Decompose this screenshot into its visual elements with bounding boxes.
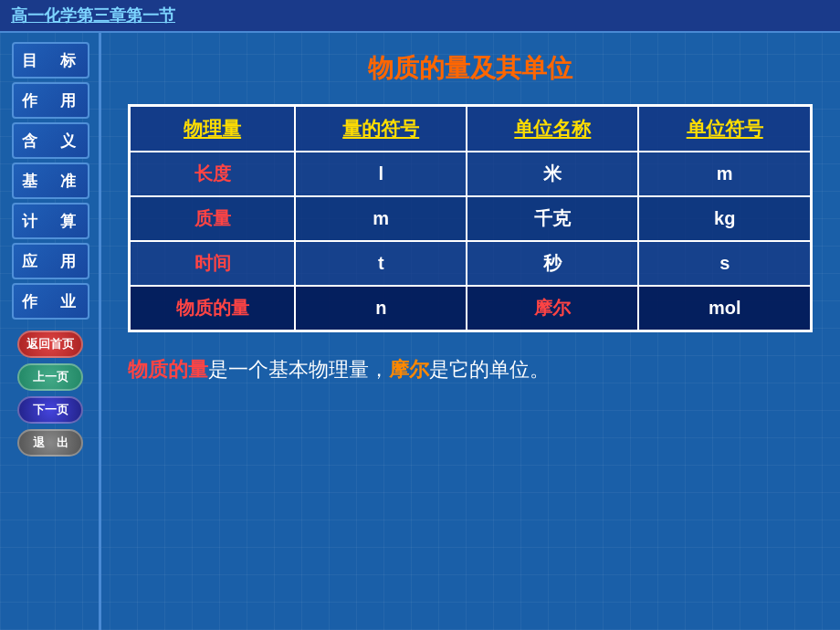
cell-row2-col3: 秒 [467, 241, 638, 286]
sidebar: 目 标作 用含 义基 准计 算应 用作 业 返回首页 上一页 下一页 退 出 [0, 33, 100, 630]
bottom-after: 是它的单位。 [429, 358, 550, 381]
bottom-highlight-2: 摩尔 [389, 358, 429, 381]
cell-row3-col1: 物质的量 [130, 286, 296, 331]
col-header-4: 单位符号 [638, 106, 811, 152]
title-bar: 高一化学第三章第一节 [0, 0, 840, 33]
sidebar-item-goal[interactable]: 目 标 [12, 42, 89, 79]
col-header-3: 单位名称 [467, 106, 638, 152]
cell-row3-col3: 摩尔 [467, 286, 638, 331]
cell-row0-col4: m [638, 152, 811, 196]
cell-row0-col3: 米 [467, 152, 638, 196]
cell-row2-col2: t [295, 241, 467, 286]
app-title: 高一化学第三章第一节 [11, 5, 175, 26]
cell-row1-col2: m [295, 196, 467, 241]
cell-row1-col4: kg [638, 196, 811, 241]
sidebar-item-standard[interactable]: 基 准 [12, 163, 89, 199]
data-table: 物理量 量的符号 单位名称 单位符号 长度l米m质量m千克kg时间t秒s物质的量… [128, 104, 813, 332]
prev-button[interactable]: 上一页 [17, 363, 83, 391]
cell-row0-col2: l [295, 152, 467, 196]
col-header-1: 物理量 [130, 106, 296, 152]
sidebar-item-homework[interactable]: 作 业 [12, 283, 89, 320]
exit-button[interactable]: 退 出 [17, 429, 83, 457]
cell-row2-col4: s [638, 241, 811, 286]
main-content: 物质的量及其单位 物理量 量的符号 单位名称 单位符号 长度l米m质量m千克kg… [100, 33, 840, 630]
cell-row0-col1: 长度 [130, 152, 296, 196]
col-header-2: 量的符号 [295, 106, 467, 152]
nav-items: 目 标作 用含 义基 准计 算应 用作 业 [12, 42, 89, 320]
sidebar-item-usage[interactable]: 作 用 [12, 82, 89, 119]
table-row: 物质的量n摩尔mol [130, 286, 812, 331]
table-row: 长度l米m [130, 152, 812, 196]
table-row: 质量m千克kg [130, 196, 812, 241]
bottom-text: 物质的量是一个基本物理量，摩尔是它的单位。 [128, 354, 813, 384]
nav-controls: 返回首页 上一页 下一页 退 出 [17, 331, 83, 457]
table-body: 长度l米m质量m千克kg时间t秒s物质的量n摩尔mol [130, 152, 812, 331]
sidebar-item-apply[interactable]: 应 用 [12, 243, 89, 279]
home-button[interactable]: 返回首页 [17, 331, 83, 358]
sidebar-item-calculate[interactable]: 计 算 [12, 203, 89, 239]
cell-row1-col1: 质量 [130, 196, 296, 241]
cell-row1-col3: 千克 [467, 196, 638, 241]
bottom-highlight-1: 物质的量 [128, 358, 208, 381]
table-header-row: 物理量 量的符号 单位名称 单位符号 [130, 106, 812, 152]
cell-row3-col2: n [295, 286, 467, 331]
page-title: 物质的量及其单位 [128, 51, 813, 86]
table-row: 时间t秒s [130, 241, 812, 286]
bottom-middle-1: 是一个基本物理量， [208, 358, 389, 381]
sidebar-item-meaning[interactable]: 含 义 [12, 122, 89, 159]
cell-row3-col4: mol [638, 286, 811, 331]
next-button[interactable]: 下一页 [17, 396, 83, 424]
cell-row2-col1: 时间 [130, 241, 296, 286]
